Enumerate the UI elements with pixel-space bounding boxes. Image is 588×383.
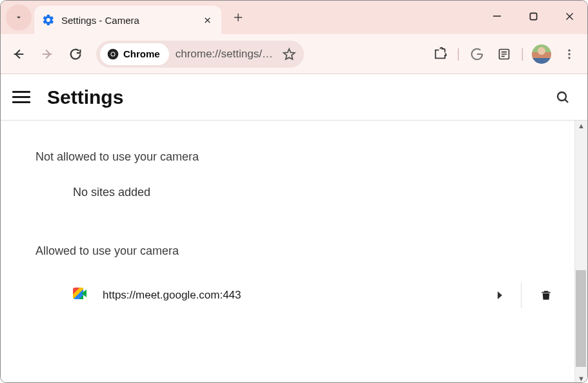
extensions-button[interactable] — [427, 41, 453, 67]
search-settings-button[interactable] — [550, 84, 576, 110]
arrow-right-icon — [40, 47, 54, 61]
not-allowed-empty-text: No sites added — [10, 164, 565, 207]
site-delete-button[interactable] — [527, 288, 565, 302]
settings-header: Settings — [1, 74, 587, 121]
titlebar: Settings - Camera — [1, 1, 587, 34]
camera-settings-panel: Not allowed to use your camera No sites … — [1, 121, 574, 383]
plus-icon — [232, 12, 244, 23]
reload-button[interactable] — [63, 41, 88, 67]
settings-content: Not allowed to use your camera No sites … — [1, 121, 587, 383]
search-icon — [555, 90, 571, 105]
omnibox-chip-label: Chrome — [123, 48, 160, 59]
separator: | — [518, 46, 527, 61]
google-meet-icon — [73, 288, 87, 299]
window-controls — [479, 1, 587, 34]
browser-toolbar: Chrome chrome://settings/… | | — [1, 34, 587, 74]
scrollbar[interactable]: ▲ ▼ — [574, 121, 587, 383]
scroll-up-button[interactable]: ▲ — [578, 121, 585, 131]
profile-avatar-button[interactable] — [532, 44, 551, 64]
svg-point-8 — [558, 92, 566, 101]
svg-point-5 — [568, 49, 570, 51]
browser-menu-button[interactable] — [556, 41, 582, 67]
new-tab-button[interactable] — [228, 7, 248, 28]
star-icon — [282, 47, 296, 61]
settings-menu-button[interactable] — [12, 88, 30, 106]
separator — [521, 282, 522, 308]
tab-close-button[interactable] — [201, 14, 214, 26]
google-shortcut-button[interactable] — [464, 41, 490, 67]
allowed-site-row: https://meet.google.com:443 — [10, 272, 565, 319]
reading-list-button[interactable] — [491, 41, 517, 67]
close-icon — [203, 16, 212, 25]
site-url: https://meet.google.com:443 — [103, 289, 483, 302]
settings-gear-icon — [42, 14, 55, 26]
back-button[interactable] — [6, 41, 32, 67]
window-minimize-button[interactable] — [479, 1, 515, 32]
forward-button[interactable] — [34, 41, 60, 67]
reader-icon — [498, 48, 511, 61]
allowed-section-heading: Allowed to use your camera — [10, 207, 565, 258]
puzzle-icon — [433, 47, 447, 61]
svg-point-3 — [112, 52, 115, 55]
chevron-right-icon — [496, 291, 503, 300]
svg-point-7 — [568, 57, 570, 59]
browser-tab[interactable]: Settings - Camera — [34, 6, 221, 34]
reload-icon — [68, 47, 83, 61]
omnibox[interactable]: Chrome chrome://settings/… — [96, 41, 304, 68]
minimize-icon — [492, 12, 502, 21]
site-favicon — [73, 288, 88, 303]
scrollbar-thumb[interactable] — [576, 270, 586, 367]
page-title: Settings — [47, 86, 550, 108]
arrow-left-icon — [12, 47, 26, 61]
maximize-icon — [529, 12, 538, 21]
scroll-down-button[interactable]: ▼ — [578, 373, 585, 383]
google-g-icon — [470, 47, 484, 61]
omnibox-url: chrome://settings/… — [176, 48, 273, 61]
svg-point-6 — [568, 53, 570, 55]
window-close-button[interactable] — [551, 1, 587, 32]
bookmark-button[interactable] — [278, 47, 300, 61]
chevron-down-icon — [14, 13, 23, 22]
not-allowed-section-heading: Not allowed to use your camera — [10, 130, 565, 164]
site-details-button[interactable] — [483, 291, 516, 300]
omnibox-security-chip[interactable]: Chrome — [100, 43, 169, 65]
tab-title: Settings - Camera — [61, 15, 201, 26]
trash-icon — [540, 288, 552, 302]
tab-search-button[interactable] — [6, 5, 32, 30]
svg-rect-0 — [530, 13, 536, 19]
window-maximize-button[interactable] — [515, 1, 551, 32]
toolbar-actions: | | — [427, 41, 582, 67]
close-icon — [565, 12, 574, 21]
kebab-menu-icon — [563, 48, 576, 61]
chrome-logo-icon — [106, 48, 119, 61]
separator: | — [454, 46, 463, 61]
